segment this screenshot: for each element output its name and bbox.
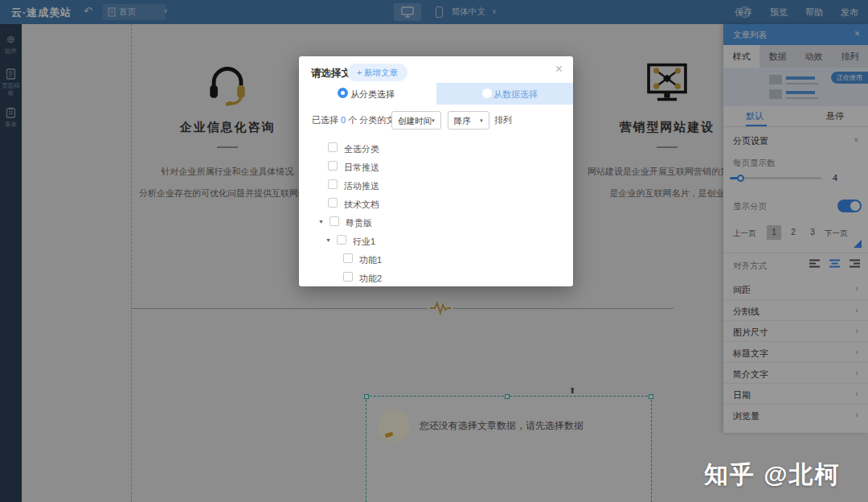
checkbox[interactable] (343, 272, 353, 282)
selected-count: 0 (341, 115, 346, 125)
sort-field-dropdown[interactable]: 创建时间 ▼ (391, 111, 441, 130)
checkbox[interactable] (343, 253, 353, 263)
tree-label[interactable]: 日常推送 (344, 162, 379, 174)
tab-from-category[interactable]: 从分类选择 (350, 88, 395, 101)
tree-label[interactable]: 行业1 (353, 236, 375, 248)
tree-label[interactable]: 全选分类 (344, 143, 379, 155)
tree-label[interactable]: 尊贵版 (346, 217, 372, 229)
sort-field-value: 创建时间 (398, 116, 432, 127)
tree-caret-icon[interactable]: ▼ (326, 237, 331, 243)
sort-order-value: 降序 (454, 116, 471, 127)
caret-down-icon: ▼ (479, 118, 484, 123)
tree-item-premium: ▼ 尊贵版 (299, 214, 573, 230)
tree-item-function-2: 功能2 (299, 270, 573, 286)
modal-source-tabs: 从分类选择 从数据选择 (299, 83, 573, 105)
sort-order-dropdown[interactable]: 降序 ▼ (448, 111, 489, 130)
tree-item-select-all: 全选分类 (299, 140, 573, 156)
checkbox[interactable] (337, 235, 346, 245)
tab-from-data: 从数据选择 (493, 88, 538, 101)
checkbox[interactable] (330, 216, 339, 226)
tree-label[interactable]: 技术文档 (344, 199, 379, 211)
tab-from-data-area[interactable]: 从数据选择 (436, 83, 573, 105)
add-article-button[interactable]: + 新增文章 (347, 64, 407, 81)
radio-category-selected[interactable] (338, 88, 348, 98)
tree-label[interactable]: 活动推送 (344, 180, 379, 192)
watermark: 知乎 @北柯 (704, 459, 841, 492)
checkbox[interactable] (328, 198, 338, 208)
tree-item-function-1: 功能1 (299, 251, 573, 267)
tree-item-tech-docs: 技术文档 (299, 195, 573, 212)
radio-data-unselected[interactable] (482, 88, 492, 98)
checkbox[interactable] (328, 142, 338, 152)
sort-suffix: 排列 (494, 114, 512, 126)
checkbox[interactable] (328, 179, 338, 189)
tree-label[interactable]: 功能2 (359, 273, 382, 285)
checkbox[interactable] (328, 161, 338, 171)
article-select-modal: 请选择文章 + 新增文章 × 从分类选择 从数据选择 已选择 0 个 分类的文章… (299, 56, 573, 286)
editor-screen: 云·速成美站 ↶ 首页 ∨ 简体中文 ∨ ⋯ 保存 预览 (0, 0, 868, 502)
modal-close-icon[interactable]: × (555, 62, 563, 76)
caret-down-icon: ▼ (431, 118, 436, 123)
tree-item-industry-1: ▼ 行业1 (299, 232, 573, 249)
tree-item-activity-push: 活动推送 (299, 177, 573, 193)
tree-item-daily-push: 日常推送 (299, 158, 573, 175)
tree-label[interactable]: 功能1 (359, 254, 382, 266)
tree-caret-icon[interactable]: ▼ (318, 219, 324, 224)
